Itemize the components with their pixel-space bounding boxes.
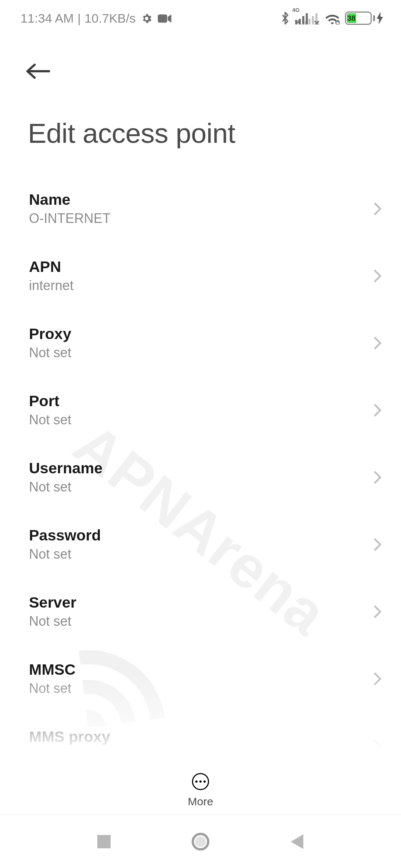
more-icon <box>192 773 209 790</box>
chevron-right-icon <box>374 538 382 551</box>
setting-label: MMSC <box>29 661 75 678</box>
setting-label: Port <box>29 392 71 410</box>
status-time: 11:34 AM <box>20 11 74 26</box>
setting-value: O-INTERNET <box>29 211 111 226</box>
back-button[interactable] <box>26 57 54 85</box>
charging-icon <box>376 12 383 24</box>
setting-row-username[interactable]: Username Not set <box>29 444 382 511</box>
setting-value: Not set <box>29 479 102 495</box>
chevron-right-icon <box>374 336 382 350</box>
svg-point-13 <box>195 836 206 847</box>
setting-row-port[interactable]: Port Not set <box>29 377 382 444</box>
setting-label: Server <box>29 594 76 611</box>
chevron-right-icon <box>374 471 382 484</box>
svg-rect-7 <box>312 16 314 24</box>
setting-row-apn[interactable]: APN internet <box>29 242 382 309</box>
setting-value: Not set <box>29 681 75 696</box>
svg-rect-4 <box>306 13 308 24</box>
page-title: Edit access point <box>0 85 401 175</box>
setting-row-mms-proxy[interactable]: MMS proxy Not set <box>29 712 382 779</box>
settings-list: Name O-INTERNET APN internet Proxy Not s… <box>0 175 401 779</box>
setting-row-server[interactable]: Server Not set <box>29 578 382 645</box>
triangle-left-icon <box>291 834 303 849</box>
setting-value: Not set <box>29 546 101 562</box>
setting-value: Not set <box>29 345 71 361</box>
setting-label: Username <box>29 460 102 477</box>
chevron-right-icon <box>374 672 382 685</box>
status-right: 4G <box>280 11 383 25</box>
chevron-right-icon <box>374 605 382 618</box>
data-arrows-icon <box>294 18 300 25</box>
nav-home-button[interactable] <box>188 829 213 855</box>
chevron-right-icon <box>374 739 382 753</box>
gear-icon <box>141 13 153 24</box>
camera-icon <box>158 13 172 24</box>
status-bar: 11:34 AM | 10.7KB/s 4G <box>0 0 401 39</box>
chevron-right-icon <box>374 202 382 216</box>
more-label: More <box>188 795 213 808</box>
setting-row-proxy[interactable]: Proxy Not set <box>29 309 382 377</box>
battery-percent: 38 <box>347 14 355 23</box>
setting-label: Proxy <box>29 325 71 343</box>
setting-row-name[interactable]: Name O-INTERNET <box>29 175 382 242</box>
svg-rect-3 <box>302 16 304 24</box>
setting-value: Not set <box>29 614 76 629</box>
setting-label: Password <box>29 527 101 544</box>
setting-value: internet <box>29 278 74 293</box>
status-netspeed: 10.7KB/s <box>85 11 136 26</box>
nav-recent-button[interactable] <box>91 829 117 855</box>
svg-rect-11 <box>97 835 111 848</box>
system-nav-bar <box>0 815 401 868</box>
more-button[interactable]: More <box>188 773 213 808</box>
status-divider: | <box>78 11 81 26</box>
setting-value: Not set <box>29 748 110 763</box>
status-left: 11:34 AM | 10.7KB/s <box>20 11 172 26</box>
setting-row-password[interactable]: Password Not set <box>29 511 382 578</box>
battery-indicator: 38 <box>345 11 383 25</box>
back-arrow-icon <box>26 63 50 79</box>
cellular-label: 4G <box>292 7 300 13</box>
svg-rect-0 <box>158 14 167 22</box>
setting-label: MMS proxy <box>29 728 110 746</box>
chevron-right-icon <box>374 404 382 417</box>
circle-icon <box>191 832 210 851</box>
wifi-icon <box>324 12 340 24</box>
setting-label: APN <box>29 258 74 276</box>
bluetooth-icon <box>280 11 290 25</box>
chevron-right-icon <box>374 269 382 283</box>
setting-value: Not set <box>29 412 71 428</box>
setting-label: Name <box>29 191 111 208</box>
square-icon <box>97 835 111 848</box>
setting-row-mmsc[interactable]: MMSC Not set <box>29 645 382 712</box>
nav-back-button[interactable] <box>284 829 310 855</box>
